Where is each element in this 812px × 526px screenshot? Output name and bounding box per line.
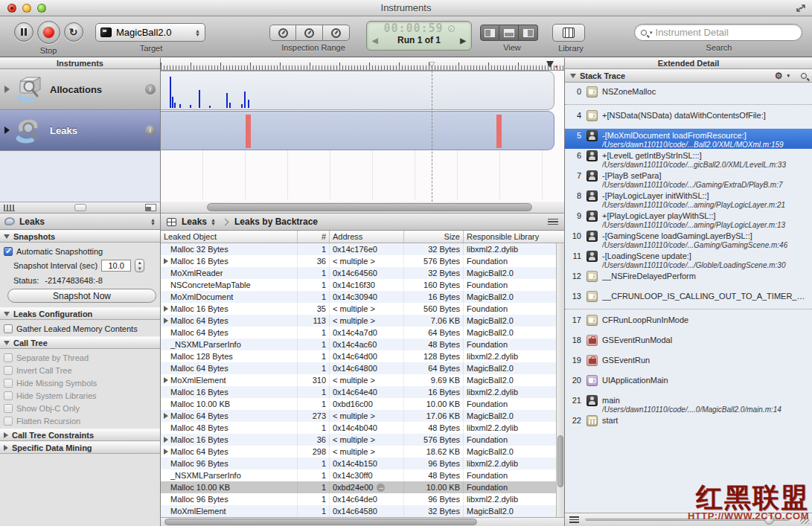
stack-frame[interactable]: 17 CFRunLoopRunInMode	[565, 313, 812, 333]
table-row[interactable]: Malloc 64 Bytes 273 < multiple >→ 17.06 …	[161, 410, 564, 422]
table-row[interactable]: Malloc 16 Bytes 35 < multiple >→ 560 Byt…	[161, 303, 564, 315]
view-bottom-pane-button[interactable]	[499, 25, 519, 41]
stack-frame[interactable]: 8 -[PlayLogicLayer initWithSL::] /Users/…	[565, 189, 812, 209]
range-end-button[interactable]	[323, 25, 350, 41]
list-options-icon[interactable]	[548, 219, 558, 225]
auto-snapshotting-row[interactable]: Automatic Snapshotting	[4, 245, 160, 257]
section-disclosure-icon[interactable]	[4, 234, 10, 239]
breadcrumb-instrument[interactable]: Leaks ▲▼	[182, 217, 216, 227]
table-row[interactable]: Malloc 16 Bytes 36 < multiple >→ 576 Byt…	[161, 434, 564, 446]
table-hscrollbar-thumb[interactable]	[164, 519, 477, 525]
table-row[interactable]: Malloc 96 Bytes 1 0x14c64de0→ 96 Bytes l…	[161, 493, 564, 505]
search-field[interactable]: ▾	[634, 24, 802, 41]
slider-knob[interactable]	[764, 515, 774, 525]
stack-frame[interactable]: 21 main /Users/dawn110110/code/....0/Mag…	[565, 394, 812, 414]
row-disclosure-icon[interactable]	[164, 306, 168, 312]
table-row[interactable]: Malloc 32 Bytes 1 0x14c176e0→ 32 Bytes l…	[161, 243, 564, 255]
range-start-button[interactable]	[269, 25, 296, 41]
row-disclosure-icon[interactable]	[164, 437, 168, 443]
allocations-track[interactable]	[161, 71, 554, 110]
gather-leaked-memory-checkbox[interactable]	[4, 324, 13, 333]
table-row[interactable]: Malloc 16 Bytes 36 < multiple >→ 576 Byt…	[161, 255, 564, 267]
stack-frame[interactable]: 19 GSEventRun	[565, 353, 812, 373]
call-tree-option-row[interactable]: Hide System Libraries	[4, 389, 160, 402]
snapshot-interval-input[interactable]: 10.0	[101, 260, 131, 272]
table-horizontal-scrollbar[interactable]	[161, 517, 564, 526]
leaks-info-button[interactable]: i	[145, 125, 156, 135]
timeline-scrollbar-thumb[interactable]	[207, 203, 532, 211]
call-tree-option-row[interactable]: Show Obj-C Only	[4, 402, 160, 414]
minimize-button[interactable]	[22, 4, 31, 13]
instrument-row-allocations[interactable]: Allocations i	[0, 69, 160, 110]
section-disclosure-icon[interactable]	[4, 312, 10, 316]
stack-search-icon[interactable]	[801, 73, 807, 79]
gather-leaked-memory-row[interactable]: Gather Leaked Memory Contents	[4, 322, 160, 335]
table-row[interactable]: NSConcreteMapTable 1 0x14c16f30→ 160 Byt…	[161, 279, 564, 291]
instrument-row-leaks[interactable]: Leaks i	[0, 110, 160, 151]
call-tree-option-row[interactable]: Separate by Thread	[4, 351, 160, 364]
stack-frame[interactable]: 5 -[MoXmlDocument loadFromResource:] /Us…	[565, 129, 812, 149]
table-row[interactable]: Malloc 10.00 KB 1 0xbd16c00→ 10.00 KB Fo…	[161, 398, 564, 410]
stack-frame[interactable]: 9 +[PlayLogicLayer playWithSL::] /Users/…	[565, 209, 812, 229]
table-row[interactable]: Malloc 64 Bytes 1 0x14c64800→ 64 Bytes M…	[161, 362, 564, 374]
detail-menu-icon[interactable]	[569, 516, 579, 523]
stack-trace-disclosure-icon[interactable]	[570, 74, 576, 78]
stack-trace-header[interactable]: Stack Trace ⚙▾	[565, 69, 812, 83]
grid-view-icon[interactable]	[167, 218, 176, 226]
call-tree-option-checkbox[interactable]	[4, 366, 13, 375]
stack-frame[interactable]: 10 -[GamingScene loadGamingLayerBySL::] …	[565, 229, 812, 249]
section-header-specific-data-mining[interactable]: Specific Data Mining	[0, 441, 160, 454]
view-left-pane-button[interactable]	[480, 25, 499, 41]
table-row[interactable]: MoXmlElement 310 < multiple >→ 9.69 KB M…	[161, 374, 564, 386]
table-vscrollbar-thumb[interactable]	[557, 435, 563, 487]
pane-layout-icon[interactable]	[145, 204, 156, 211]
search-input[interactable]	[656, 27, 796, 38]
row-disclosure-icon[interactable]	[164, 377, 168, 383]
call-tree-option-checkbox[interactable]	[4, 353, 13, 362]
close-button[interactable]	[7, 4, 16, 13]
reveal-arrow-button[interactable]: →	[377, 484, 385, 492]
library-button[interactable]	[552, 24, 585, 42]
playhead-marker-icon[interactable]: ▽	[429, 60, 435, 68]
column-header-count[interactable]: #	[298, 231, 330, 243]
table-row[interactable]: Malloc 96 Bytes 1 0x14c4b150→ 96 Bytes l…	[161, 458, 564, 469]
resize-grip-icon[interactable]	[800, 517, 809, 524]
stack-frame[interactable]: 13 __CFRUNLOOP_IS_CALLING_OUT_TO_A_TIMER…	[565, 289, 812, 309]
range-clear-button[interactable]	[296, 25, 323, 41]
fullscreen-icon[interactable]	[796, 3, 806, 13]
playhead-line[interactable]	[432, 71, 432, 202]
target-dropdown[interactable]: MagicBall2.0 ▲▼	[95, 23, 205, 42]
table-row[interactable]: MoXmlDocument 1 0x14c30940→ 16 Bytes Mag…	[161, 291, 564, 303]
call-tree-option-checkbox[interactable]	[4, 417, 13, 426]
auto-snapshotting-checkbox[interactable]	[4, 247, 13, 256]
table-vertical-scrollbar[interactable]	[556, 243, 564, 517]
column-header-leaked-object[interactable]: Leaked Object	[161, 231, 298, 243]
gear-icon[interactable]: ⚙	[775, 71, 783, 81]
view-right-pane-button[interactable]	[519, 25, 538, 41]
record-stop-button[interactable]	[37, 21, 60, 44]
row-disclosure-icon[interactable]	[164, 449, 168, 455]
table-row[interactable]: Malloc 64 Bytes 1 0x14c4a7d0→ 64 Bytes M…	[161, 327, 564, 339]
loop-button[interactable]: ↻	[64, 22, 83, 42]
stack-frame[interactable]: 6 +[LevelL getIntByStrInSL:::] /Users/da…	[565, 149, 812, 169]
snapshot-now-button[interactable]: Snapshot Now	[7, 289, 156, 303]
row-disclosure-icon[interactable]	[164, 318, 168, 324]
stack-frame[interactable]: 11 -[LoadingScene update:] /Users/dawn11…	[565, 249, 812, 269]
row-disclosure-icon[interactable]	[164, 258, 168, 264]
call-tree-option-row[interactable]: Flatten Recursion	[4, 414, 160, 427]
stack-frame[interactable]: 20 UIApplicationMain	[565, 373, 812, 394]
breadcrumb-view[interactable]: Leaks by Backtrace	[234, 217, 318, 227]
call-tree-option-row[interactable]: Invert Call Tree	[4, 364, 160, 376]
histogram-view-icon[interactable]	[4, 205, 15, 211]
table-row[interactable]: MoXmlElement 1 0x14c64580→ 32 Bytes Magi…	[161, 505, 564, 517]
timeline-ruler[interactable]: ▽	[161, 58, 564, 71]
stack-frame[interactable]: 22 start	[565, 414, 812, 434]
call-tree-option-checkbox[interactable]	[4, 391, 13, 400]
table-row[interactable]: _NSXMLParserInfo 1 0x14c4ac60→ 48 Bytes …	[161, 339, 564, 350]
search-scope-chevron-icon[interactable]: ▾	[650, 30, 653, 36]
section-header-call-tree-constraints[interactable]: Call Tree Constraints	[0, 429, 160, 441]
table-row[interactable]: Malloc 64 Bytes 298 < multiple >→ 18.62 …	[161, 446, 564, 458]
leak-marker[interactable]	[496, 115, 502, 148]
stack-frame[interactable]: 0 NSZoneMalloc	[565, 85, 812, 105]
table-row[interactable]: _NSXMLParserInfo 1 0x14c30ff0→ 48 Bytes …	[161, 469, 564, 481]
